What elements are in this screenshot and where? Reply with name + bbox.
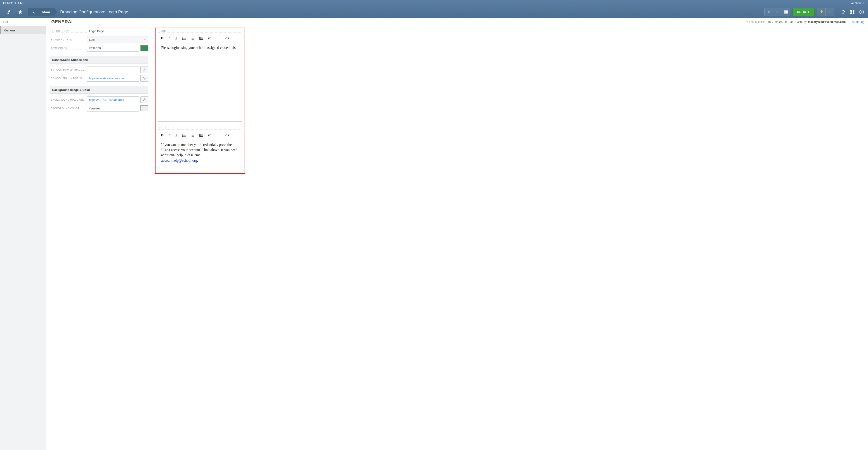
add-button[interactable] <box>826 8 834 16</box>
school-seal-input[interactable] <box>87 75 139 82</box>
last-modified-user: mallory.kidd@veracross.com <box>808 20 846 24</box>
numbered-list-button[interactable]: 123 <box>191 37 194 40</box>
table-button[interactable] <box>199 37 203 40</box>
bullet-list-button[interactable] <box>182 133 186 137</box>
underline-button[interactable]: U <box>175 133 177 137</box>
code-view-button[interactable] <box>225 133 229 137</box>
svg-point-32 <box>182 136 183 137</box>
align-button[interactable] <box>217 37 220 40</box>
apps-icon[interactable] <box>849 10 856 14</box>
svg-rect-35 <box>192 134 194 134</box>
svg-rect-29 <box>183 134 186 134</box>
svg-rect-13 <box>183 39 186 39</box>
section-heading: GENERAL <box>51 19 74 24</box>
svg-rect-9 <box>183 37 186 37</box>
caret-down-icon: ▼ <box>863 2 865 4</box>
svg-rect-37 <box>192 135 194 136</box>
link-button[interactable] <box>208 37 212 40</box>
bold-button[interactable]: B <box>161 133 164 137</box>
svg-point-28 <box>182 133 183 134</box>
sidebar-filter[interactable]: ▼ ALL <box>0 20 46 24</box>
svg-text:3: 3 <box>191 136 191 137</box>
tab-main[interactable]: Main <box>38 8 54 16</box>
section-background: Background Image & Color <box>50 86 148 94</box>
svg-rect-0 <box>784 11 788 13</box>
sidebar-item-general[interactable]: General <box>0 26 46 34</box>
svg-point-12 <box>182 39 183 39</box>
footer-text-editor: B I U 123 If you can't remember your cre… <box>158 131 242 166</box>
label-footer-text: FOOTER TEXT <box>158 127 242 129</box>
update-button[interactable]: UPDATE <box>793 8 815 16</box>
label-branding-type: BRANDING TYPE <box>51 38 87 41</box>
history-icon[interactable] <box>839 10 847 14</box>
svg-rect-46 <box>217 135 219 135</box>
sidebar: General <box>0 26 46 450</box>
last-modified-by-word: by <box>804 20 807 24</box>
help-icon[interactable]: ? <box>858 10 865 14</box>
svg-rect-45 <box>217 134 220 134</box>
svg-rect-39 <box>192 136 194 137</box>
page-title: Branding Configuration: Login Page <box>59 9 128 14</box>
bg-color-input[interactable] <box>87 105 139 112</box>
star-icon[interactable] <box>15 6 26 18</box>
svg-point-30 <box>182 135 183 136</box>
branding-type-select[interactable]: Login ▼ <box>87 36 148 43</box>
section-banner-seal: Banner/Seal: Choose one <box>50 56 148 64</box>
italic-button[interactable]: I <box>168 36 170 40</box>
label-bg-color: BACKGROUND COLOR <box>51 107 87 110</box>
user-menu[interactable]: vc.client ▼ <box>851 1 865 5</box>
rocket-icon[interactable] <box>4 6 15 18</box>
svg-rect-27 <box>217 39 220 39</box>
audit-log-link[interactable]: Audit Log <box>852 20 864 24</box>
label-school-banner: SCHOOL BANNER IMAGE … <box>51 68 87 71</box>
label-bg-image: BACKGROUND IMAGE URL <box>51 98 87 101</box>
label-school-seal: SCHOOL SEAL IMAGE URL <box>51 77 87 80</box>
code-view-button[interactable] <box>225 37 229 40</box>
numbered-list-button[interactable]: 123 <box>191 133 194 137</box>
lightning-button[interactable] <box>817 8 826 16</box>
open-bg-image-button[interactable] <box>141 96 148 103</box>
label-header-text: HEADER TEXT <box>158 30 242 33</box>
svg-rect-11 <box>183 38 186 38</box>
svg-rect-19 <box>192 39 194 39</box>
bullet-list-button[interactable] <box>182 37 186 40</box>
svg-rect-26 <box>217 38 219 38</box>
svg-rect-20 <box>199 37 203 39</box>
highlighted-editors: HEADER TEXT B I U 123 Please login using… <box>155 28 245 174</box>
footer-email-link[interactable]: accounthelp@school.org <box>161 158 197 162</box>
school-banner-input[interactable] <box>87 66 139 73</box>
last-modified-label: Last Modified: <box>749 20 766 24</box>
svg-point-8 <box>182 37 183 37</box>
grid-view-button[interactable] <box>782 8 790 16</box>
header-text-editor: B I U 123 Please login using your school… <box>158 34 242 122</box>
align-button[interactable] <box>217 133 220 137</box>
next-button[interactable] <box>773 8 782 16</box>
prev-button[interactable] <box>765 8 773 16</box>
chevron-down-icon: ▼ <box>144 38 146 41</box>
user-label: vc.client <box>851 1 862 5</box>
link-button[interactable] <box>208 133 212 137</box>
footer-text-body[interactable]: If you can't remember your credentials, … <box>158 139 242 166</box>
bg-color-swatch[interactable] <box>141 106 148 111</box>
svg-rect-25 <box>217 37 220 37</box>
open-seal-button[interactable] <box>141 75 148 82</box>
label-text-color: TEXT COLOR <box>51 47 87 50</box>
last-modified-date: Thu, Feb 04, 2021 at 1:33pm <box>767 20 802 24</box>
header-text-body[interactable]: Please login using your school-assigned … <box>158 42 242 121</box>
description-input[interactable] <box>87 28 148 34</box>
svg-rect-47 <box>217 136 220 136</box>
underline-button[interactable]: U <box>175 36 177 40</box>
italic-button[interactable]: I <box>168 133 170 137</box>
bg-image-input[interactable] <box>87 96 139 103</box>
text-color-swatch[interactable] <box>141 45 148 51</box>
text-color-input[interactable] <box>87 45 139 52</box>
svg-point-10 <box>182 38 183 38</box>
open-banner-button[interactable] <box>141 66 148 73</box>
search-button[interactable] <box>28 8 38 16</box>
content-scroll: DESCRIPTION BRANDING TYPE Login ▼ TEXT C… <box>46 26 868 450</box>
svg-rect-17 <box>192 38 194 38</box>
bold-button[interactable]: B <box>161 36 164 40</box>
table-button[interactable] <box>199 133 203 137</box>
svg-rect-40 <box>199 134 203 137</box>
label-description: DESCRIPTION <box>51 30 87 33</box>
